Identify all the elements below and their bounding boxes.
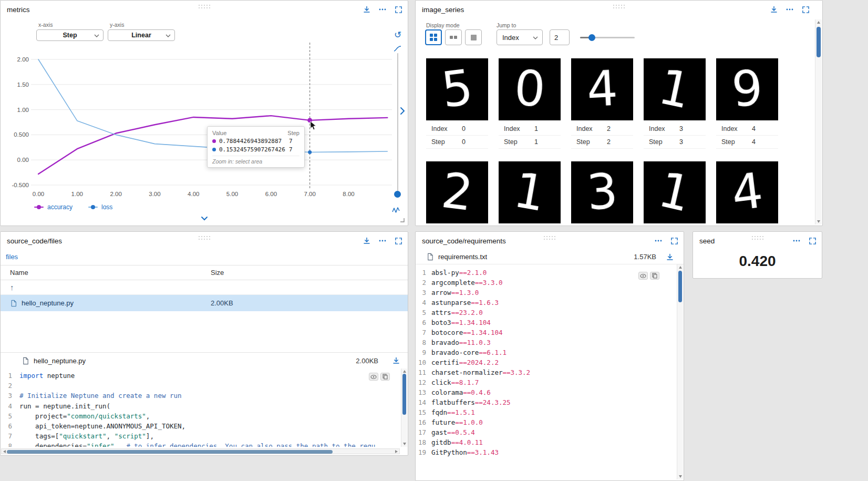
requirements-scrollbar[interactable] (677, 264, 683, 479)
breadcrumb-files[interactable]: files (6, 253, 18, 261)
code-text: gast==0.5.4 (431, 427, 475, 437)
reset-zoom-icon[interactable]: ↺ (394, 30, 401, 39)
collapse-chevron-icon[interactable] (201, 216, 208, 221)
code-text: certifi==2024.2.2 (431, 357, 499, 367)
scrollbar-thumb[interactable] (402, 374, 406, 415)
smoothing-curve-icon[interactable] (394, 45, 401, 52)
code-vertical-scrollbar[interactable] (401, 369, 407, 447)
panel-expand-chevron-icon[interactable] (400, 107, 405, 115)
code-editor[interactable]: 1import neptune23# Initialize Neptune an… (1, 369, 400, 447)
image-card[interactable]: 3 (571, 161, 633, 223)
requirements-file-size: 1.57KB (634, 253, 656, 261)
grid-icon (430, 34, 437, 41)
image-index-row: Index1 (499, 122, 561, 136)
display-mode-pair-button[interactable] (445, 29, 462, 45)
expand-icon[interactable] (801, 5, 810, 14)
legend-item-loss[interactable]: loss (88, 203, 112, 211)
code-text: fqdn==1.5.1 (431, 407, 475, 417)
code-line: 6 api_token=neptune.ANONYMOUS_API_TOKEN, (1, 421, 400, 431)
smoothing-slider-thumb[interactable] (394, 191, 401, 198)
drag-handle-icon[interactable] (613, 4, 625, 9)
image-series-body: Display mode Jump to Index 5Index0Step00… (416, 18, 822, 226)
code-horizontal-scrollbar[interactable] (1, 448, 400, 454)
image-card[interactable]: 1 (499, 161, 561, 223)
tooltip-step: 7 (289, 146, 299, 153)
code-line: 4astunparse==1.6.3 (416, 298, 676, 308)
index-value: 3 (679, 125, 683, 132)
code-line: 9bravado-core==6.1.1 (416, 347, 676, 357)
panel-title: source_code/files (7, 237, 62, 245)
code-line: 19GitPython==3.1.43 (416, 447, 676, 457)
scrollbar-thumb[interactable] (817, 27, 821, 57)
svg-text:5.00: 5.00 (226, 191, 238, 197)
expand-icon[interactable] (394, 5, 402, 14)
image-card[interactable]: 0Index1Step1 (499, 58, 561, 149)
requirements-file-row[interactable]: requirements.txt 1.57KB (416, 250, 684, 264)
seed-panel: seed 0.420 (693, 231, 822, 279)
more-options-icon[interactable] (378, 237, 387, 245)
jump-to-select[interactable]: Index (497, 29, 543, 45)
index-slider-thumb[interactable] (588, 34, 595, 41)
download-icon[interactable] (770, 5, 778, 14)
line-number: 16 (416, 417, 426, 427)
metrics-chart[interactable]: 2.001.501.000.5000.00-0.5000.001.002.003… (1, 18, 396, 200)
drag-handle-icon[interactable] (751, 236, 764, 240)
more-options-icon[interactable] (654, 237, 663, 245)
display-mode-grid-button[interactable] (425, 29, 442, 45)
resize-corner-icon[interactable] (399, 217, 405, 223)
image-card[interactable]: 1Index3Step3 (644, 58, 706, 149)
parent-directory-row[interactable]: ↑ (1, 280, 408, 295)
line-number: 6 (1, 421, 12, 431)
copy-icon[interactable] (380, 373, 390, 381)
mnist-digit-image: 9 (716, 58, 778, 120)
up-arrow-icon: ↑ (10, 283, 14, 292)
smoothing-slider-track[interactable] (397, 53, 398, 191)
mnist-digit-image: 2 (426, 161, 488, 223)
download-icon[interactable] (392, 356, 400, 365)
image-card[interactable]: 2 (426, 161, 488, 223)
code-line: 18gitdb==4.0.11 (416, 437, 676, 447)
svg-text:1.00: 1.00 (17, 107, 29, 113)
code-editor[interactable]: 1absl-py==2.1.02argcomplete==3.3.03arrow… (416, 264, 676, 480)
download-icon[interactable] (363, 5, 371, 14)
display-mode-single-button[interactable] (465, 29, 482, 45)
code-toolbar (369, 373, 390, 381)
index-value: 4 (752, 125, 756, 132)
drag-handle-icon[interactable] (198, 4, 211, 9)
preview-toggle-icon[interactable] (369, 373, 378, 381)
expand-icon[interactable] (394, 237, 402, 245)
image-card[interactable]: 4Index2Step2 (571, 58, 633, 149)
image-series-scrollbar[interactable] (815, 19, 822, 224)
jump-to-input[interactable] (550, 29, 570, 45)
code-text: future==1.0.0 (431, 417, 483, 427)
expand-icon[interactable] (670, 237, 678, 245)
code-line: 6boto3==1.34.104 (416, 318, 676, 328)
drag-handle-icon[interactable] (543, 236, 556, 240)
file-row[interactable]: hello_neptune.py 2.00KB (1, 295, 408, 311)
more-options-icon[interactable] (786, 5, 794, 14)
more-options-icon[interactable] (792, 237, 801, 245)
image-card[interactable]: 5Index0Step0 (426, 58, 488, 149)
image-card[interactable]: 9Index4Step4 (716, 58, 778, 149)
scrollbar-thumb[interactable] (7, 450, 333, 454)
line-number: 8 (1, 441, 12, 447)
copy-icon[interactable] (650, 272, 659, 280)
image-card[interactable]: 4 (716, 161, 778, 223)
code-text: charset-normalizer==3.3.2 (431, 367, 530, 377)
zigzag-icon[interactable] (392, 207, 400, 213)
more-options-icon[interactable] (378, 5, 387, 14)
legend-item-accuracy[interactable]: accuracy (34, 203, 73, 211)
drag-handle-icon[interactable] (198, 236, 211, 240)
download-icon[interactable] (666, 253, 674, 261)
image-meta: Index4Step4 (716, 120, 778, 149)
code-text: arrow==1.3.0 (431, 288, 479, 298)
files-panel-header: source_code/files (1, 232, 408, 250)
index-slider[interactable] (580, 37, 635, 38)
scrollbar-thumb[interactable] (678, 271, 682, 302)
preview-toggle-icon[interactable] (638, 272, 648, 280)
display-mode-group (425, 29, 482, 45)
legend-marker-icon (88, 205, 98, 209)
expand-icon[interactable] (808, 237, 817, 245)
download-icon[interactable] (363, 237, 371, 245)
image-card[interactable]: 1 (644, 161, 706, 223)
